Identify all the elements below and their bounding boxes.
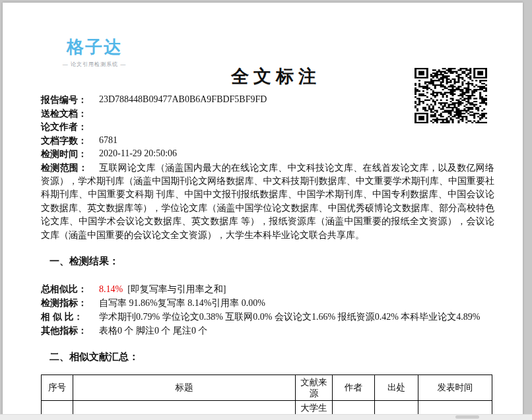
report-viewport: { "logo": { "name": "格子达", "subtitle": "… <box>0 0 532 420</box>
word-count-label: 文档字数： <box>41 134 99 148</box>
check-time-label: 检测时间： <box>41 147 99 161</box>
report-number-value: 23D788448B09477AB0B6A9FBDF5BF9FD <box>99 93 494 107</box>
word-count-row: 文档字数： 6781 <box>41 134 494 148</box>
similarity-ratio-label: 相 似 比： <box>41 310 99 324</box>
col-header-index: 序号 <box>42 375 73 400</box>
logo-wordmark: 格子达 <box>50 36 139 59</box>
total-similarity-label: 总相似比： <box>41 282 99 296</box>
report-page: 格子达 — 论文引用检测系统 — 全文标注 报告编号： 23D788448B09… <box>3 3 523 420</box>
col-header-source: 文献来源 <box>296 375 333 400</box>
gezida-logo: 格子达 — 论文引用检测系统 — <box>50 36 139 68</box>
check-time-value: 2020-11-29 20:50:06 <box>99 147 494 161</box>
section-heading-results: 一、检测结果： <box>50 255 494 268</box>
check-time-row: 检测时间： 2020-11-29 20:50:06 <box>41 147 494 161</box>
table-header-row: 序号 标题 文献来源 作者 出处 发表时间 <box>42 375 492 400</box>
similarity-ratio-value: 学术期刊0.79% 学位论文0.38% 互联网0.0% 会议论文1.66% 报纸… <box>99 310 494 324</box>
scope-text: 互联网论文库（涵盖国内最大的在线论文库、中文科技论文库、在线首发论文库，以及数亿… <box>41 163 494 240</box>
results-block: 总相似比： 8.14%[即复写率与引用率之和] 检测指标： 自写率 91.86%… <box>41 282 494 338</box>
document-label: 送检文档： <box>41 107 99 121</box>
col-header-date: 发表时间 <box>418 375 492 400</box>
col-header-author: 作者 <box>333 375 375 400</box>
section-heading-summary: 二、相似文献汇总： <box>50 351 494 363</box>
col-header-publication: 出处 <box>375 375 418 400</box>
similar-literature-table: 序号 标题 文献来源 作者 出处 发表时间 1 大学生本科毕业论文 2018 <box>41 375 492 420</box>
horizontal-scrollbar[interactable] <box>0 414 532 420</box>
col-header-title: 标题 <box>73 375 296 400</box>
other-indicator-row: 其他指标： 表格0 个 脚注0 个 尾注0 个 <box>41 324 494 338</box>
word-count-value: 6781 <box>99 134 494 148</box>
scrollbar-thumb[interactable] <box>455 415 479 419</box>
indicator-row: 检测指标： 自写率 91.86%复写率 8.14%引用率 0.00% <box>41 296 494 310</box>
author-row: 论文作者： <box>41 120 494 134</box>
total-similarity-note: [即复写率与引用率之和] <box>127 284 226 294</box>
author-label: 论文作者： <box>41 120 99 134</box>
scope-label: 检测范围： <box>41 162 88 173</box>
total-similarity-row: 总相似比： 8.14%[即复写率与引用率之和] <box>41 282 494 296</box>
similarity-ratio-row: 相 似 比： 学术期刊0.79% 学位论文0.38% 互联网0.0% 会议论文1… <box>41 310 494 324</box>
total-similarity-value: 8.14% <box>99 284 123 294</box>
other-indicator-label: 其他指标： <box>41 324 99 338</box>
indicator-label: 检测指标： <box>41 296 99 310</box>
document-row: 送检文档： <box>41 107 494 121</box>
report-content: 报告编号： 23D788448B09477AB0B6A9FBDF5BF9FD 送… <box>41 93 494 420</box>
report-number-label: 报告编号： <box>41 93 99 107</box>
scope-paragraph: 检测范围：互联网论文库（涵盖国内最大的在线论文库、中文科技论文库、在线首发论文库… <box>41 161 494 242</box>
report-number-row: 报告编号： 23D788448B09477AB0B6A9FBDF5BF9FD <box>41 93 494 107</box>
other-indicator-value: 表格0 个 脚注0 个 尾注0 个 <box>99 324 494 338</box>
indicator-value: 自写率 91.86%复写率 8.14%引用率 0.00% <box>99 296 494 310</box>
